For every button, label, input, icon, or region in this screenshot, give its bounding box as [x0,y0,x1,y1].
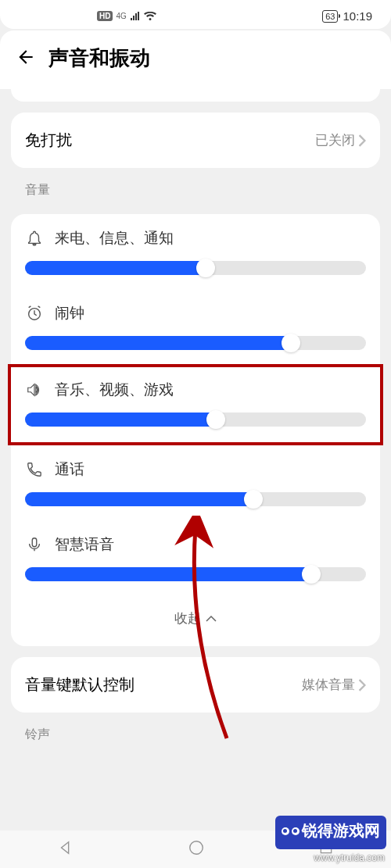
highlight-annotation: 音乐、视频、游戏 [8,364,383,445]
speaker-icon [25,381,44,398]
ring-volume-label: 来电、信息、通知 [55,228,174,248]
dnd-row[interactable]: 免打扰 已关闭 [25,113,366,168]
battery-level: 63 [325,12,335,21]
media-volume-slider[interactable] [25,413,366,427]
volume-key-row[interactable]: 音量键默认控制 媒体音量 [25,657,366,713]
clock: 10:19 [343,9,372,23]
ring-volume-item: 来电、信息、通知 [25,214,366,289]
chevron-up-icon [206,611,217,627]
ringtone-section-label: 铃声 [0,713,391,748]
wifi-icon [144,12,156,21]
volume-key-value: 媒体音量 [302,676,366,694]
watermark-logo: 锐得游戏网 [275,816,386,849]
volume-key-value-text: 媒体音量 [302,676,355,694]
volume-section-label: 音量 [0,168,391,203]
hd-badge: HD [97,11,113,21]
status-right: 63 10:19 [322,9,372,23]
alarm-volume-item: 闹钟 [25,289,366,364]
dnd-label: 免打扰 [25,130,72,151]
chevron-right-icon [358,679,366,691]
status-left: HD 4G [97,11,156,21]
page-title: 声音和振动 [48,45,150,72]
assistant-volume-slider[interactable] [25,567,366,581]
svg-point-2 [190,841,203,855]
dnd-value-text: 已关闭 [315,131,355,149]
status-bar: HD 4G 63 10:19 [0,0,391,29]
signal-icon [130,12,141,21]
collapse-label: 收起 [174,609,201,627]
back-button[interactable] [16,47,36,70]
alarm-icon [25,305,44,322]
media-volume-label: 音乐、视频、游戏 [55,380,174,400]
alarm-volume-slider[interactable] [25,336,366,350]
page-header: 声音和振动 [0,30,391,89]
alarm-volume-label: 闹钟 [55,303,84,323]
assistant-volume-label: 智慧语音 [55,534,114,555]
watermark-url: www.ytruida.com [314,852,385,863]
ring-volume-slider[interactable] [25,261,366,275]
nav-back-button[interactable] [57,839,74,859]
network-indicator: 4G [116,12,126,20]
chevron-right-icon [358,134,366,147]
call-volume-slider[interactable] [25,492,366,506]
bell-icon [25,230,44,247]
volume-key-label: 音量键默认控制 [25,674,135,695]
svg-rect-1 [32,538,37,547]
collapse-button[interactable]: 收起 [25,595,366,643]
mic-icon [25,536,44,553]
phone-icon [25,461,44,478]
call-volume-label: 通话 [55,459,84,480]
nav-home-button[interactable] [188,839,205,859]
watermark-text: 锐得游戏网 [302,820,380,841]
dnd-card: 免打扰 已关闭 [11,113,380,168]
dnd-value: 已关闭 [315,131,366,149]
card-fragment-top [11,89,380,102]
media-volume-item: 音乐、视频、游戏 [25,372,366,434]
volume-card: 来电、信息、通知 闹钟 音乐、视频、游戏 [11,214,380,646]
call-volume-item: 通话 [25,445,366,520]
battery-icon: 63 [322,10,338,23]
assistant-volume-item: 智慧语音 [25,520,366,595]
volume-key-card: 音量键默认控制 媒体音量 [11,657,380,713]
